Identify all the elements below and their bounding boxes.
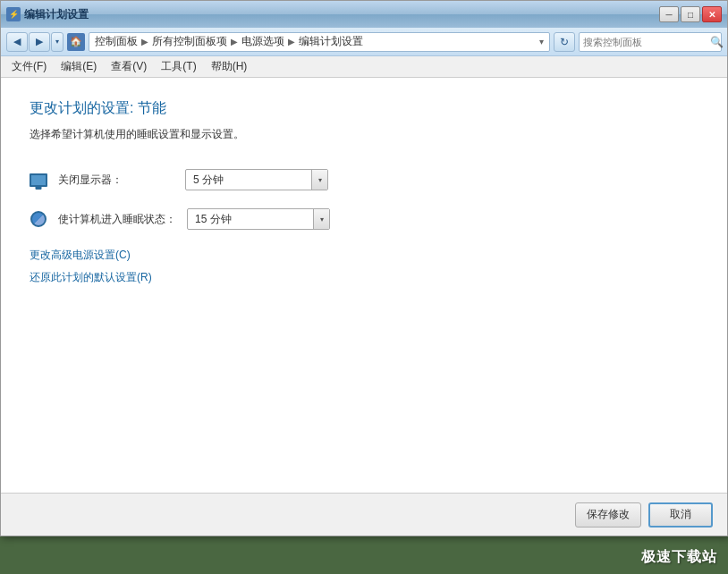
save-button[interactable]: 保存修改 [575, 502, 641, 528]
back-button[interactable]: ◀ [6, 32, 28, 52]
window-title: 编辑计划设置 [24, 7, 656, 22]
menu-edit[interactable]: 编辑(E) [54, 57, 104, 76]
path-part4: 编辑计划设置 [299, 34, 363, 49]
monitor-setting-row: 关闭显示器： 5 分钟 ▾ [30, 169, 698, 190]
sleep-dropdown-value: 15 分钟 [195, 212, 313, 227]
nav-dropdown-button[interactable]: ▾ [51, 32, 63, 52]
path-dropdown[interactable]: ▾ [539, 37, 544, 46]
sleep-icon [30, 210, 47, 228]
title-bar: ⚡ 编辑计划设置 ─ □ ✕ [1, 1, 727, 28]
path-part1: 控制面板 [95, 34, 138, 49]
search-icon: 🔍 [710, 36, 724, 48]
watermark: 极速下载站 [641, 548, 717, 567]
close-button[interactable]: ✕ [702, 6, 722, 22]
restore-defaults-link[interactable]: 还原此计划的默认设置(R) [30, 270, 698, 285]
sleep-setting-row: 使计算机进入睡眠状态： 15 分钟 ▾ [30, 208, 698, 230]
main-window: ⚡ 编辑计划设置 ─ □ ✕ ◀ ▶ ▾ 🏠 控制面板 ▶ 所有控制面板项 ▶ … [0, 0, 728, 536]
sleep-label: 使计算机进入睡眠状态： [58, 212, 176, 227]
sleep-dropdown-arrow: ▾ [313, 209, 329, 229]
menu-help[interactable]: 帮助(H) [204, 57, 255, 76]
path-sep2: ▶ [231, 37, 238, 46]
monitor-label: 关闭显示器： [58, 173, 174, 188]
search-input[interactable] [583, 37, 707, 47]
path-part2: 所有控制面板项 [152, 34, 227, 49]
path-sep1: ▶ [141, 37, 148, 46]
maximize-button[interactable]: □ [681, 6, 700, 22]
refresh-button[interactable]: ↻ [554, 32, 575, 52]
menu-file[interactable]: 文件(F) [4, 57, 54, 76]
path-sep3: ▶ [288, 37, 295, 46]
search-box: 🔍 [579, 32, 722, 52]
advanced-settings-link[interactable]: 更改高级电源设置(C) [30, 248, 698, 263]
page-subtitle: 选择希望计算机使用的睡眠设置和显示设置。 [30, 127, 698, 142]
main-panel: 更改计划的设置: 节能 选择希望计算机使用的睡眠设置和显示设置。 关闭显示器： … [1, 78, 727, 493]
content-area: 更改计划的设置: 节能 选择希望计算机使用的睡眠设置和显示设置。 关闭显示器： … [1, 78, 727, 536]
forward-button[interactable]: ▶ [29, 32, 50, 52]
cancel-button[interactable]: 取消 [648, 502, 713, 528]
title-bar-buttons: ─ □ ✕ [659, 6, 722, 22]
path-part3: 电源选项 [241, 34, 284, 49]
window-icon: ⚡ [6, 7, 21, 21]
monitor-dropdown-arrow: ▾ [311, 170, 327, 190]
address-path[interactable]: 控制面板 ▶ 所有控制面板项 ▶ 电源选项 ▶ 编辑计划设置 ▾ [89, 32, 550, 52]
minimize-button[interactable]: ─ [659, 6, 679, 22]
nav-buttons: ◀ ▶ ▾ [6, 32, 63, 52]
menu-view[interactable]: 查看(V) [104, 57, 154, 76]
sleep-dropdown[interactable]: 15 分钟 ▾ [187, 208, 330, 230]
link-section: 更改高级电源设置(C) 还原此计划的默认设置(R) [30, 248, 698, 285]
bottom-bar: 保存修改 取消 [1, 493, 727, 536]
monitor-dropdown[interactable]: 5 分钟 ▾ [185, 169, 328, 190]
menu-bar: 文件(F) 编辑(E) 查看(V) 工具(T) 帮助(H) [1, 56, 727, 78]
monitor-icon [30, 171, 47, 189]
folder-icon: 🏠 [67, 33, 85, 51]
menu-tools[interactable]: 工具(T) [154, 57, 203, 76]
page-title: 更改计划的设置: 节能 [30, 99, 698, 118]
address-bar: ◀ ▶ ▾ 🏠 控制面板 ▶ 所有控制面板项 ▶ 电源选项 ▶ 编辑计划设置 ▾… [1, 28, 727, 56]
monitor-dropdown-value: 5 分钟 [193, 173, 311, 188]
